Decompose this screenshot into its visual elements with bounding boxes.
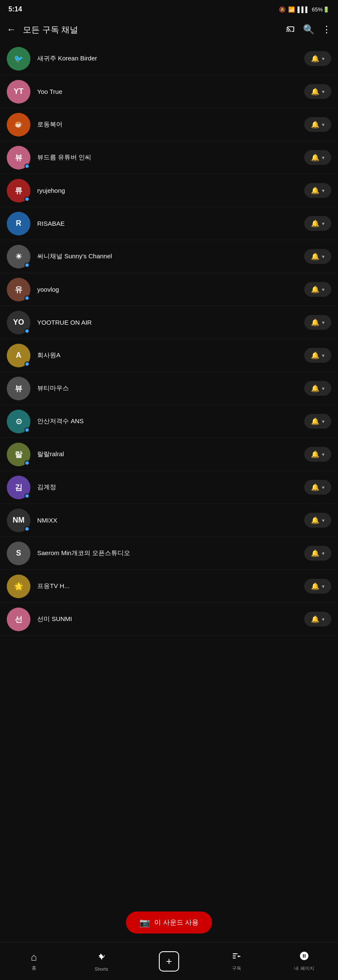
notification-button[interactable]: 🔔▾ (304, 282, 331, 297)
bell-icon: 🔔 (311, 285, 319, 293)
sound-banner-label: 이 사운드 사용 (154, 918, 199, 927)
avatar: S (7, 542, 30, 565)
channel-item[interactable]: 🐦새귀주 Korean Birder🔔▾ (0, 42, 338, 75)
chevron-icon: ▾ (322, 583, 324, 589)
bell-icon: 🔔 (311, 483, 319, 491)
channel-item[interactable]: 선선미 SUNMI🔔▾ (0, 603, 338, 636)
notification-button[interactable]: 🔔▾ (304, 315, 331, 330)
status-time: 5:14 (8, 5, 22, 13)
channel-name: 써니채널 Sunny's Channel (37, 252, 304, 260)
nav-add[interactable]: + (156, 951, 182, 972)
new-content-dot (25, 197, 30, 202)
page-header: ← 모든 구독 채널 🔍 ⋮ (0, 17, 338, 42)
channel-item[interactable]: 🐡로동복어🔔▾ (0, 108, 338, 141)
notification-button[interactable]: 🔔▾ (304, 117, 331, 132)
avatar-wrap: ⊙ (7, 410, 30, 433)
new-content-dot (25, 493, 30, 498)
nav-subscriptions[interactable]: 구독 (224, 951, 249, 972)
channel-item[interactable]: ⊙안산저격수 ANS🔔▾ (0, 405, 338, 438)
notification-button[interactable]: 🔔▾ (304, 84, 331, 99)
nav-shorts[interactable]: Shorts (89, 951, 114, 972)
channel-item[interactable]: A회사원A🔔▾ (0, 339, 338, 372)
bell-icon: 🔔 (311, 549, 319, 557)
channel-item[interactable]: NMNMIXX🔔▾ (0, 504, 338, 537)
channel-name: 회사원A (37, 351, 304, 359)
channel-item[interactable]: 류ryujehong🔔▾ (0, 174, 338, 207)
sound-use-banner[interactable]: 📷 이 사운드 사용 (126, 912, 212, 933)
avatar: 선 (7, 608, 30, 631)
chevron-icon: ▾ (322, 616, 324, 622)
notification-button[interactable]: 🔔▾ (304, 579, 331, 594)
new-content-dot (25, 328, 30, 334)
notification-button[interactable]: 🔔▾ (304, 216, 331, 231)
channel-name: RISABAE (37, 220, 304, 227)
notification-button[interactable]: 🔔▾ (304, 480, 331, 495)
notification-button[interactable]: 🔔▾ (304, 513, 331, 528)
channel-item[interactable]: 김김계정🔔▾ (0, 471, 338, 504)
avatar-wrap: 🐡 (7, 113, 30, 137)
channel-item[interactable]: 랄랄랄ralral🔔▾ (0, 438, 338, 471)
avatar-wrap: 뷰 (7, 146, 30, 170)
channel-item[interactable]: 🌟프응TV H...🔔▾ (0, 570, 338, 603)
avatar-wrap: 랄 (7, 443, 30, 466)
notification-button[interactable]: 🔔▾ (304, 183, 331, 198)
notification-button[interactable]: 🔔▾ (304, 414, 331, 429)
header-actions: 🔍 ⋮ (286, 24, 331, 36)
channel-item[interactable]: YTYoo True🔔▾ (0, 75, 338, 108)
more-icon[interactable]: ⋮ (322, 24, 331, 35)
avatar: R (7, 212, 30, 235)
add-button[interactable]: + (159, 951, 179, 972)
channel-name: 랄랄ralral (37, 450, 304, 458)
channel-item[interactable]: 유yoovlog🔔▾ (0, 273, 338, 306)
channel-name: 안산저격수 ANS (37, 417, 304, 425)
channel-name: YOOTRUE ON AIR (37, 319, 304, 326)
bell-icon: 🔔 (311, 384, 319, 392)
battery-icon: 65%🔋 (312, 6, 330, 13)
mypage-icon (299, 951, 309, 964)
cast-icon[interactable] (286, 24, 295, 36)
notification-button[interactable]: 🔔▾ (304, 612, 331, 627)
bell-icon: 🔔 (311, 219, 319, 227)
new-content-dot (25, 460, 30, 465)
avatar-wrap: 유 (7, 278, 30, 301)
avatar-wrap: NM (7, 509, 30, 532)
channel-item[interactable]: 뷰뷰티마우스🔔▾ (0, 372, 338, 405)
chevron-icon: ▾ (322, 320, 324, 326)
notification-button[interactable]: 🔔▾ (304, 249, 331, 264)
notification-button[interactable]: 🔔▾ (304, 447, 331, 462)
notification-button[interactable]: 🔔▾ (304, 51, 331, 66)
chevron-icon: ▾ (322, 419, 324, 424)
nav-home[interactable]: ⌂ 홈 (21, 951, 46, 971)
chevron-icon: ▾ (322, 287, 324, 293)
search-icon[interactable]: 🔍 (303, 24, 314, 35)
bell-icon: 🔔 (311, 318, 319, 326)
subscriptions-icon (232, 951, 242, 964)
bell-icon: 🔔 (311, 450, 319, 458)
new-content-dot (25, 263, 30, 268)
notification-button[interactable]: 🔔▾ (304, 546, 331, 561)
nav-home-label: 홈 (32, 965, 36, 971)
avatar-wrap: 선 (7, 608, 30, 631)
avatar-wrap: ☀ (7, 245, 30, 268)
chevron-icon: ▾ (322, 550, 324, 556)
channel-item[interactable]: SSaerom Min개코의 오픈스튜디오🔔▾ (0, 537, 338, 570)
channel-item[interactable]: YOYOOTRUE ON AIR🔔▾ (0, 306, 338, 339)
nav-mypage[interactable]: 내 페이지 (292, 951, 317, 972)
chevron-icon: ▾ (322, 122, 324, 128)
chevron-icon: ▾ (322, 56, 324, 62)
bell-icon: 🔔 (311, 582, 319, 590)
notification-button[interactable]: 🔔▾ (304, 348, 331, 363)
avatar-wrap: YO (7, 311, 30, 334)
notification-button[interactable]: 🔔▾ (304, 381, 331, 396)
back-button[interactable]: ← (7, 24, 16, 35)
channel-name: ryujehong (37, 187, 304, 194)
channel-name: Yoo True (37, 88, 304, 95)
chevron-icon: ▾ (322, 485, 324, 490)
bell-icon: 🔔 (311, 252, 319, 260)
avatar-wrap: YT (7, 80, 30, 104)
channel-item[interactable]: ☀써니채널 Sunny's Channel🔔▾ (0, 240, 338, 273)
channel-item[interactable]: RRISABAE🔔▾ (0, 207, 338, 240)
channel-name: 프응TV H... (37, 582, 304, 590)
channel-item[interactable]: 뷰뷰드름 유튜버 인씨🔔▾ (0, 141, 338, 174)
notification-button[interactable]: 🔔▾ (304, 150, 331, 165)
